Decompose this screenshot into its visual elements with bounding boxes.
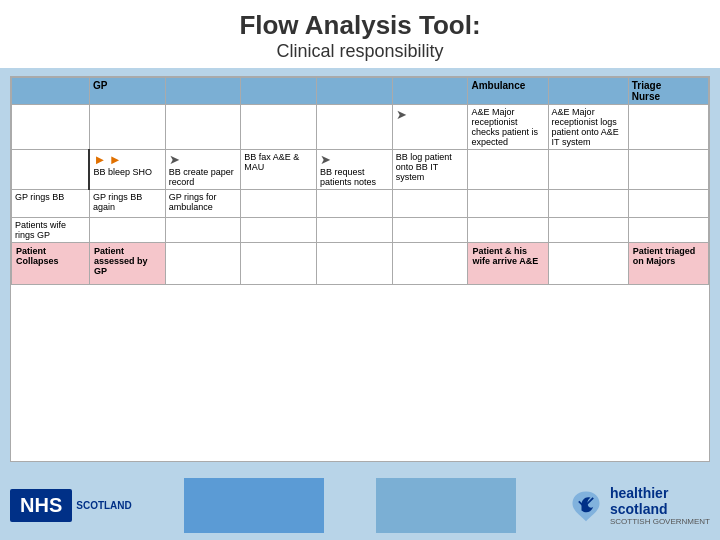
cell-pink-5 (392, 243, 468, 285)
page-title: Flow Analysis Tool: (0, 10, 720, 41)
healthier-scotland-icon (568, 487, 604, 523)
cell-arrow-8 (628, 105, 708, 150)
nhs-logo-area: NHS SCOTLAND (10, 489, 132, 522)
col-header-gp: GP (89, 78, 165, 105)
bb-row: ► ► BB bleep SHO ➤ BB create paper recor… (12, 150, 709, 190)
cell-gp-8 (628, 190, 708, 218)
cell-arrow-0 (12, 105, 90, 150)
col-header-triage: TriageNurse (628, 78, 708, 105)
footer-blue-panel-1 (184, 478, 324, 533)
cell-arrow-4 (317, 105, 393, 150)
col-header-0 (12, 78, 90, 105)
scotland-label2: scotland (610, 501, 710, 517)
header-row: GP Ambulance TriageNurse (12, 78, 709, 105)
cell-pink-2 (165, 243, 241, 285)
cell-arrow-3 (241, 105, 317, 150)
arrow-right-icon3: ➤ (320, 152, 331, 167)
cell-bb-fax: BB fax A&E & MAU (241, 150, 317, 190)
cell-ae-major-1: A&E Major receptionist checks patient is… (468, 105, 548, 150)
cell-gp-3 (241, 190, 317, 218)
cell-pink-7 (548, 243, 628, 285)
cell-bb-request: ➤ BB request patients notes (317, 150, 393, 190)
footer-section: NHS SCOTLAND healthier (0, 470, 720, 540)
cell-pink-assessed: Patient assessed by GP (89, 243, 165, 285)
cell-arrow-1 (89, 105, 165, 150)
cell-bb-bleep: ► ► BB bleep SHO (89, 150, 165, 190)
arrow-row: ➤ A&E Major receptionist checks patient … (12, 105, 709, 150)
arrow-right-icon2: ➤ (169, 152, 180, 167)
cell-wife-7 (548, 218, 628, 243)
arrow-orange-icon2: ► (109, 152, 122, 167)
col-header-2 (165, 78, 241, 105)
cell-gp-0: GP rings BB (12, 190, 90, 218)
col-header-5 (392, 78, 468, 105)
cell-wife-3 (241, 218, 317, 243)
patients-wife-row: Patients wife rings GP (12, 218, 709, 243)
triage-nurse-label: TriageNurse (632, 80, 661, 102)
cell-bb-6 (468, 150, 548, 190)
arrow-orange-icon: ► (93, 152, 106, 167)
col-header-3 (241, 78, 317, 105)
cell-gp-4 (317, 190, 393, 218)
header-section: Flow Analysis Tool: Clinical responsibil… (0, 0, 720, 68)
page-subtitle: Clinical responsibility (0, 41, 720, 62)
flow-table: GP Ambulance TriageNurse (11, 77, 709, 285)
arrow-right-icon: ➤ (396, 107, 407, 122)
hs-logo-container: healthier scotland SCOTTISH GOVERNMENT (568, 485, 710, 526)
cell-wife-1 (89, 218, 165, 243)
flow-table-wrapper: GP Ambulance TriageNurse (10, 76, 710, 462)
footer-blue-panel-2 (376, 478, 516, 533)
col-header-ambulance: Ambulance (468, 78, 548, 105)
main-container: Flow Analysis Tool: Clinical responsibil… (0, 0, 720, 540)
cell-pink-4 (317, 243, 393, 285)
cell-wife-0: Patients wife rings GP (12, 218, 90, 243)
col-header-7 (548, 78, 628, 105)
healthier-label: healthier (610, 485, 710, 501)
cell-bb-0 (12, 150, 90, 190)
cell-pink-arrive: Patient & his wife arrive A&E (468, 243, 548, 285)
cell-pink-triage: Patient triaged on Majors (628, 243, 708, 285)
scotland-label: SCOTLAND (76, 500, 132, 511)
cell-bb-7 (548, 150, 628, 190)
cell-pink-3 (241, 243, 317, 285)
cell-wife-5 (392, 218, 468, 243)
cell-pink-collapse: Patient Collapses (12, 243, 90, 285)
cell-arrow-2 (165, 105, 241, 150)
cell-wife-4 (317, 218, 393, 243)
cell-wife-2 (165, 218, 241, 243)
cell-bb-create: ➤ BB create paper record (165, 150, 241, 190)
gp-rings-row: GP rings BB GP rings BB again GP rings f… (12, 190, 709, 218)
cell-gp-7 (548, 190, 628, 218)
healthier-scotland-logo: healthier scotland SCOTTISH GOVERNMENT (568, 485, 710, 526)
highlight-row: Patient Collapses Patient assessed by GP… (12, 243, 709, 285)
cell-ae-major-2: A&E Major receptionist logs patient onto… (548, 105, 628, 150)
cell-gp-1: GP rings BB again (89, 190, 165, 218)
cell-bb-log: BB log patient onto BB IT system (392, 150, 468, 190)
cell-wife-6 (468, 218, 548, 243)
cell-gp-2: GP rings for ambulance (165, 190, 241, 218)
cell-bb-8 (628, 150, 708, 190)
cell-wife-8 (628, 218, 708, 243)
nhs-logo: NHS (10, 489, 72, 522)
col-header-4 (317, 78, 393, 105)
cell-gp-5 (392, 190, 468, 218)
content-area: GP Ambulance TriageNurse (0, 68, 720, 470)
govt-label: SCOTTISH GOVERNMENT (610, 517, 710, 526)
hs-text-block: healthier scotland SCOTTISH GOVERNMENT (610, 485, 710, 526)
cell-arrow-5: ➤ (392, 105, 468, 150)
cell-gp-6 (468, 190, 548, 218)
